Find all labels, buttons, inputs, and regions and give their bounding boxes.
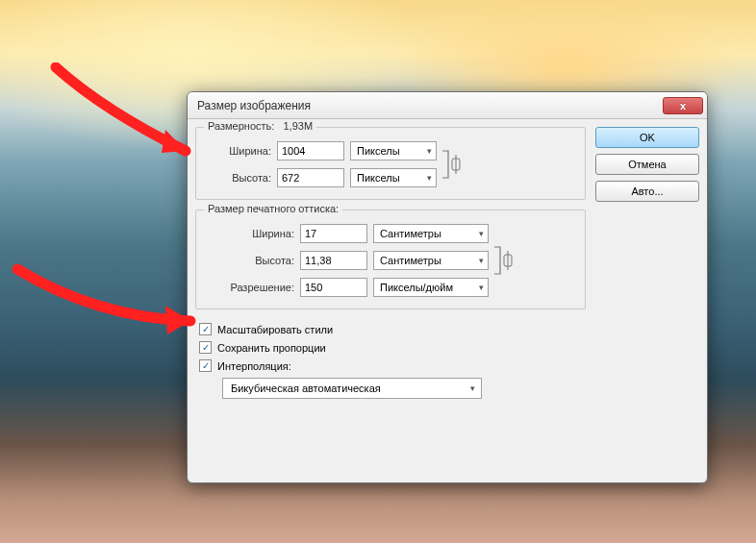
constrain-proportions-checkbox[interactable]: ✓ xyxy=(199,341,212,354)
dialog-title: Размер изображения xyxy=(197,99,311,112)
print-width-unit-select[interactable]: Сантиметры xyxy=(373,224,489,243)
scale-styles-label: Масштабировать стили xyxy=(217,324,333,335)
pixel-height-unit-select[interactable]: Пикселы xyxy=(350,168,437,187)
print-height-unit-select[interactable]: Сантиметры xyxy=(373,251,489,270)
image-size-dialog: Размер изображения x Размерность: 1,93M … xyxy=(187,91,708,483)
constrain-link-icon xyxy=(437,141,462,187)
resolution-label: Разрешение: xyxy=(206,282,294,293)
height-label: Высота: xyxy=(206,172,271,184)
ok-button[interactable]: OK xyxy=(595,127,699,148)
pixel-width-input[interactable] xyxy=(277,141,344,160)
pixel-dimensions-group: Размерность: 1,93M Ширина: Пикселы Высот… xyxy=(195,127,586,200)
print-legend: Размер печатного оттиска: xyxy=(204,203,342,214)
scale-styles-checkbox[interactable]: ✓ xyxy=(199,323,212,335)
interpolation-checkbox[interactable]: ✓ xyxy=(199,359,212,372)
cancel-button[interactable]: Отмена xyxy=(595,154,699,175)
width-label: Ширина: xyxy=(206,145,271,157)
print-width-input[interactable] xyxy=(300,224,367,243)
interpolation-method-select[interactable]: Бикубическая автоматическая xyxy=(222,378,482,399)
dimensions-legend: Размерность: 1,93M xyxy=(204,120,316,132)
close-icon: x xyxy=(680,100,686,111)
print-size-group: Размер печатного оттиска: Ширина: Сантим… xyxy=(195,210,586,309)
close-button[interactable]: x xyxy=(663,97,703,114)
auto-button[interactable]: Авто... xyxy=(595,181,699,202)
print-width-label: Ширина: xyxy=(206,228,294,239)
dimensions-size: 1,93M xyxy=(284,120,314,132)
dialog-titlebar[interactable]: Размер изображения x xyxy=(188,92,707,119)
pixel-height-input[interactable] xyxy=(277,168,344,187)
constrain-proportions-label: Сохранить пропорции xyxy=(217,342,326,354)
pixel-width-unit-select[interactable]: Пикселы xyxy=(350,141,437,160)
interpolation-label: Интерполяция: xyxy=(217,360,291,372)
resolution-unit-select[interactable]: Пикселы/дюйм xyxy=(373,278,489,297)
resolution-input[interactable] xyxy=(300,278,367,297)
print-height-input[interactable] xyxy=(300,251,367,270)
print-height-label: Высота: xyxy=(206,255,294,266)
print-constrain-link-icon xyxy=(489,224,514,297)
